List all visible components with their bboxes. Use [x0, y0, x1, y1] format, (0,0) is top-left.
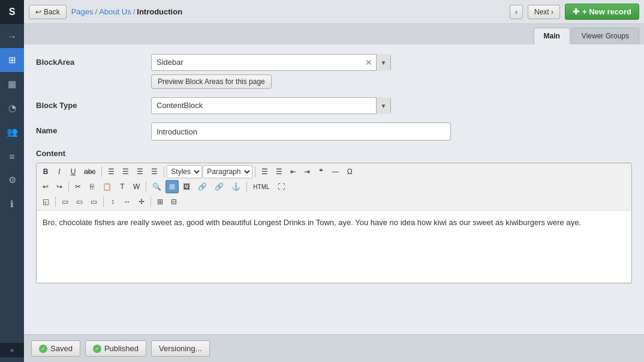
- name-control: [151, 122, 632, 140]
- toolbar-resize1-btn[interactable]: ◱: [39, 195, 53, 208]
- toolbar-indent-more-btn[interactable]: ⇥: [300, 165, 314, 178]
- toolbar-cut-btn[interactable]: ✂: [71, 180, 85, 193]
- toolbar-r2-btn[interactable]: ▭: [73, 195, 86, 208]
- tab-main[interactable]: Main: [534, 28, 570, 44]
- toolbar-paste-text-btn[interactable]: T: [116, 180, 129, 193]
- content-wrapper: Main Viewer Groups BlockArea Sidebar ✕ ▼…: [24, 24, 644, 362]
- toolbar-list-ul-btn[interactable]: ☰: [258, 165, 272, 178]
- toolbar-r1-btn[interactable]: ▭: [58, 195, 72, 208]
- saved-check-icon: ✓: [39, 345, 47, 353]
- toolbar-t1-btn[interactable]: ⊞: [154, 195, 167, 208]
- breadcrumb: Pages / About Us / Introduction: [71, 7, 182, 16]
- name-input[interactable]: [151, 122, 451, 140]
- sidebar-item-settings[interactable]: ⚙: [0, 168, 24, 192]
- toolbar-c2-btn[interactable]: ↔: [120, 195, 134, 208]
- prev-button[interactable]: ‹: [510, 5, 523, 19]
- block-area-select[interactable]: Sidebar ✕ ▼: [151, 54, 391, 71]
- sidebar-item-image[interactable]: ▦: [0, 72, 24, 96]
- form-area: BlockArea Sidebar ✕ ▼ Preview Block Area…: [24, 44, 644, 334]
- block-area-clear-icon[interactable]: ✕: [362, 58, 376, 67]
- toolbar-italic-btn[interactable]: I: [53, 165, 66, 178]
- main-area: ↩ Back Pages / About Us / Introduction ‹…: [24, 0, 644, 362]
- versioning-button[interactable]: Versioning...: [151, 340, 210, 357]
- block-area-control: Sidebar ✕ ▼ Preview Block Areas for this…: [151, 54, 632, 89]
- toolbar-sep-7: [55, 196, 56, 207]
- toolbar-paragraph-select[interactable]: Paragraph: [203, 165, 252, 178]
- toolbar-sep-9: [151, 196, 151, 207]
- toolbar-align-center-btn[interactable]: ☰: [119, 165, 133, 178]
- toolbar-image-btn[interactable]: 🖼: [179, 180, 194, 193]
- toolbar-row-3: ◱ ▭ ▭ ▭ ↕ ↔ ✛ ⊞ ⊟: [39, 195, 629, 208]
- block-type-value: ContentBlock: [152, 97, 376, 114]
- toolbar-paste-btn[interactable]: 📋: [99, 180, 115, 193]
- published-button[interactable]: ✓ Published: [85, 340, 146, 357]
- toolbar-c1-btn[interactable]: ↕: [106, 195, 119, 208]
- sidebar: S → ⊞ ▦ ◔ 👥 ≡ ⚙ ℹ »: [0, 0, 24, 362]
- toolbar-html-btn[interactable]: HTML: [249, 180, 273, 193]
- published-check-icon: ✓: [93, 345, 101, 353]
- block-area-arrow-icon[interactable]: ▼: [376, 54, 390, 71]
- toolbar-omega-btn[interactable]: Ω: [343, 165, 356, 178]
- toolbar-r3-btn[interactable]: ▭: [87, 195, 101, 208]
- sidebar-item-users[interactable]: 👥: [0, 120, 24, 144]
- toolbar-strike-btn[interactable]: abc: [80, 165, 99, 178]
- toolbar-table-btn[interactable]: ⊞: [165, 180, 179, 193]
- name-label: Name: [36, 122, 144, 135]
- toolbar-find-btn[interactable]: 🔍: [149, 180, 165, 193]
- plus-icon: ✚: [573, 7, 579, 16]
- block-type-arrow-icon[interactable]: ▼: [376, 97, 390, 114]
- topbar: ↩ Back Pages / About Us / Introduction ‹…: [24, 0, 644, 24]
- content-section: Content B I U abc ☰ ☰ ☰ ☰: [36, 149, 632, 283]
- toolbar-sep-5: [146, 181, 146, 192]
- sidebar-logo[interactable]: S: [0, 0, 24, 24]
- sidebar-item-arrow[interactable]: →: [0, 24, 24, 48]
- toolbar-styles-select[interactable]: Styles: [167, 165, 202, 178]
- saved-button[interactable]: ✓ Saved: [31, 340, 80, 357]
- sidebar-expand-btn[interactable]: »: [0, 343, 24, 357]
- name-row: Name: [36, 122, 632, 140]
- toolbar-underline-btn[interactable]: U: [67, 165, 80, 178]
- toolbar-unlink-btn[interactable]: 🔗: [211, 180, 227, 193]
- toolbar-align-left-btn[interactable]: ☰: [104, 165, 118, 178]
- back-icon: ↩: [35, 8, 41, 16]
- toolbar-anchor-btn[interactable]: ⚓: [228, 180, 244, 193]
- block-type-label: Block Type: [36, 97, 144, 110]
- toolbar-row-1: B I U abc ☰ ☰ ☰ ☰ Styles: [39, 165, 629, 178]
- toolbar-sep-6: [246, 181, 247, 192]
- toolbar-sep-1: [101, 166, 102, 177]
- toolbar-link-btn[interactable]: 🔗: [194, 180, 210, 193]
- toolbar-copy-btn[interactable]: ⎘: [85, 180, 98, 193]
- tab-viewer-groups[interactable]: Viewer Groups: [571, 28, 639, 44]
- sidebar-item-chart[interactable]: ◔: [0, 96, 24, 120]
- toolbar-blockquote-btn[interactable]: ❝: [314, 165, 327, 178]
- toolbar-list-ol-btn[interactable]: ☰: [272, 165, 286, 178]
- block-area-row: BlockArea Sidebar ✕ ▼ Preview Block Area…: [36, 54, 632, 89]
- tab-bar: Main Viewer Groups: [24, 24, 644, 44]
- toolbar-hr-btn[interactable]: —: [328, 165, 342, 178]
- back-button[interactable]: ↩ Back: [29, 5, 67, 19]
- toolbar-undo-btn[interactable]: ↩: [39, 180, 52, 193]
- toolbar-t2-btn[interactable]: ⊟: [167, 195, 180, 208]
- toolbar-c3-btn[interactable]: ✛: [135, 195, 148, 208]
- block-type-select[interactable]: ContentBlock ▼: [151, 97, 391, 114]
- toolbar-fullscreen-btn[interactable]: ⛶: [274, 180, 288, 193]
- toolbar-redo-btn[interactable]: ↪: [53, 180, 66, 193]
- block-area-label: BlockArea: [36, 54, 144, 67]
- new-record-button[interactable]: ✚ + New record: [565, 4, 639, 20]
- toolbar-sep-3: [255, 166, 255, 177]
- sidebar-bottom: »: [0, 343, 24, 362]
- sidebar-item-grid[interactable]: ⊞: [0, 48, 24, 72]
- breadcrumb-about[interactable]: About Us: [99, 7, 131, 16]
- preview-block-areas-button[interactable]: Preview Block Areas for this page: [151, 74, 272, 89]
- toolbar-align-right-btn[interactable]: ☰: [133, 165, 147, 178]
- toolbar-align-justify-btn[interactable]: ☰: [148, 165, 161, 178]
- block-type-row: Block Type ContentBlock ▼: [36, 97, 632, 114]
- breadcrumb-pages[interactable]: Pages: [71, 7, 94, 16]
- editor-content[interactable]: Bro, chocolate fishes are really sweet a…: [37, 211, 631, 283]
- toolbar-paste-word-btn[interactable]: W: [130, 180, 143, 193]
- toolbar-bold-btn[interactable]: B: [39, 165, 52, 178]
- sidebar-item-info[interactable]: ℹ: [0, 192, 24, 216]
- next-button[interactable]: Next ›: [528, 5, 560, 19]
- sidebar-item-database[interactable]: ≡: [0, 144, 24, 168]
- toolbar-indent-less-btn[interactable]: ⇤: [287, 165, 300, 178]
